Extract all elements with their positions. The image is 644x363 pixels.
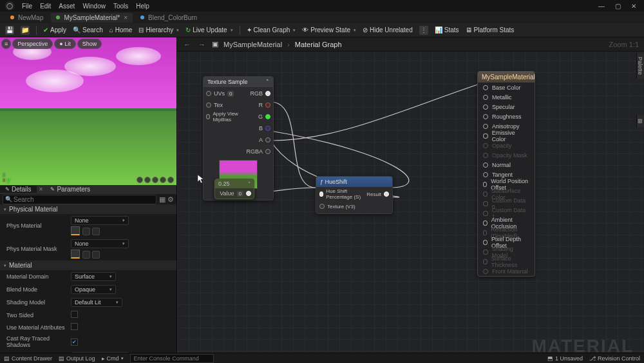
palette-tab[interactable]: Palette [636,53,644,79]
plane-icon[interactable] [152,177,158,183]
input-pin[interactable] [319,191,323,197]
menu-edit[interactable]: Edit [40,3,51,10]
input-pin[interactable] [483,172,488,177]
input-pin[interactable] [483,124,488,129]
material-domain-dropdown[interactable]: Surface [71,272,116,281]
node-header[interactable]: 0.25˅ [215,179,254,188]
browse-to-icon[interactable] [92,251,100,259]
unreal-logo-icon[interactable]: ◯ [5,1,14,10]
blend-mode-dropdown[interactable]: Opaque [71,285,116,294]
teapot-icon[interactable] [167,177,174,183]
tab-newmap[interactable]: NewMap [5,13,48,23]
toolbar-more-icon[interactable]: ⋮ [419,26,428,35]
save-icon[interactable]: 💾 [5,26,14,35]
collapse-icon[interactable]: ˄ [266,79,269,85]
input-pin[interactable] [483,162,488,168]
input-pin[interactable] [319,204,325,209]
output-pin[interactable] [265,103,270,108]
output-pin[interactable] [384,191,389,197]
window-close-icon[interactable]: ✕ [629,3,639,10]
asset-thumbnail[interactable] [71,226,80,235]
node-scalar-param[interactable]: 0.25˅ Value 0 [214,179,254,199]
node-header[interactable]: MySampleMaterial [478,72,535,83]
input-pin[interactable] [483,221,488,226]
cylinder-icon[interactable] [137,177,143,183]
browse-icon[interactable]: 📁 [21,26,30,35]
substrate-tab[interactable]: ⊞ [636,115,644,128]
section-material[interactable]: Material [0,260,176,270]
clean-graph-button[interactable]: ✦Clean Graph [247,26,296,34]
input-pin[interactable] [206,103,211,108]
tab-parameters[interactable]: ✎Parameters [45,186,95,193]
tab-details[interactable]: ✎Details [0,186,37,193]
preview-state-button[interactable]: 👁Preview State [302,26,356,34]
output-log-button[interactable]: ▤Output Log [59,355,95,362]
input-pin[interactable] [483,240,488,245]
platform-stats-button[interactable]: 🖥Platform Stats [466,26,515,34]
output-pin[interactable] [246,191,251,196]
live-update-button[interactable]: ↻Live Update [185,26,232,34]
node-hueshift[interactable]: ƒ HueShift Hue Shift Percentage (S) Text… [316,176,393,214]
menu-file[interactable]: File [22,3,32,10]
output-pin[interactable] [265,114,270,119]
viewport-options-icon[interactable]: ≡ [1,39,11,49]
menu-asset[interactable]: Asset [59,3,75,10]
tab-blend-colorburn[interactable]: Blend_ColorBurn [135,13,202,23]
menu-window[interactable]: Window [82,3,106,10]
shading-model-dropdown[interactable]: Default Lit [71,298,122,307]
material-preview-viewport[interactable]: ≡ Perspective ● Lit Show z x y [0,37,176,185]
input-pin[interactable] [483,85,488,90]
node-header[interactable]: Texture Sample˄ [204,77,273,87]
search-button[interactable]: 🔍Search [73,26,103,34]
viewport-perspective-button[interactable]: Perspective [12,39,53,49]
unsaved-button[interactable]: ⬒1 Unsaved [547,355,583,362]
console-command-input[interactable] [130,354,214,363]
node-header[interactable]: ƒ HueShift [316,177,392,187]
nav-back-icon[interactable]: ← [182,41,192,48]
graph-root-icon[interactable]: ▣ [212,40,218,48]
use-selected-icon[interactable] [82,228,90,235]
cube-icon[interactable] [160,177,166,183]
phys-material-mask-dropdown[interactable]: None [71,239,129,248]
viewport-show-button[interactable]: Show [77,39,102,49]
close-icon[interactable]: × [124,14,128,21]
apply-button[interactable]: ✔Apply [43,26,66,34]
filter-icon[interactable]: ▦ [159,195,166,204]
gear-icon[interactable]: ⚙ [167,195,174,204]
window-maximize-icon[interactable]: ▢ [612,3,623,10]
chevron-down-icon[interactable]: ˅ [248,181,251,187]
output-pin[interactable] [265,149,270,154]
input-pin[interactable] [483,133,488,139]
input-pin[interactable] [206,114,210,119]
menu-help[interactable]: Help [136,3,149,10]
section-physical-material[interactable]: Physical Material [0,204,176,214]
material-graph-canvas[interactable]: ← → ▣ MySampleMaterial › Material Graph … [177,37,644,363]
sphere-icon[interactable] [144,177,151,183]
node-material-output[interactable]: MySampleMaterial Base ColorMetallicSpecu… [477,71,535,277]
breadcrumb-material[interactable]: MySampleMaterial [223,41,282,48]
phys-material-dropdown[interactable]: None [71,216,129,225]
revision-control-button[interactable]: ⎇Revision Control [589,355,640,362]
stats-button[interactable]: 📊Stats [435,26,459,34]
output-pin[interactable] [265,137,270,142]
input-pin[interactable] [483,182,487,187]
use-selected-icon[interactable] [82,251,90,259]
hide-unrelated-button[interactable]: ⊘Hide Unrelated [363,26,413,34]
input-pin[interactable] [206,91,211,96]
browse-to-icon[interactable] [92,228,100,235]
hierarchy-button[interactable]: ⊟Hierarchy [138,26,179,34]
home-button[interactable]: ⌂Home [109,26,133,34]
content-drawer-button[interactable]: ▤Content Drawer [4,355,52,362]
details-search-input[interactable] [3,195,156,204]
window-minimize-icon[interactable]: — [596,3,607,10]
input-pin[interactable] [483,114,488,119]
output-pin[interactable] [265,126,270,131]
cast-ray-traced-shadows-checkbox[interactable]: ✔ [71,338,78,346]
use-material-attributes-checkbox[interactable] [71,323,78,330]
nav-forward-icon[interactable]: → [197,41,207,48]
asset-thumbnail[interactable] [71,250,80,259]
input-pin[interactable] [483,95,488,100]
output-pin[interactable] [265,91,270,96]
cmd-selector[interactable]: ▸Cmd▾ [102,355,124,362]
menu-tools[interactable]: Tools [113,3,128,10]
